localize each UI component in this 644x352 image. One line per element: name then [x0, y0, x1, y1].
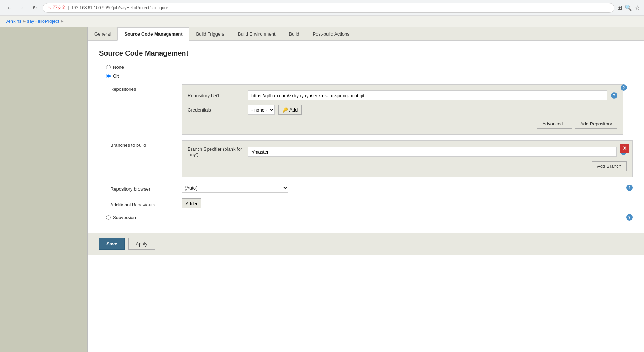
repositories-label: Repositories [110, 84, 182, 92]
repo-url-help-icon[interactable]: ? [611, 92, 617, 99]
breadcrumb-project[interactable]: sayHelloProject [27, 19, 59, 24]
git-label[interactable]: Git [113, 73, 119, 79]
repo-browser-label: Repository browser [110, 184, 182, 192]
repositories-section: Repositories Repository URL ? Credential… [110, 84, 633, 135]
tab-build-triggers[interactable]: Build Triggers [189, 27, 231, 41]
repo-url-input[interactable] [248, 90, 607, 100]
repo-browser-select[interactable]: (Auto) [182, 183, 288, 193]
none-radio[interactable] [106, 65, 111, 69]
zoom-icon[interactable]: 🔍 [625, 4, 632, 11]
none-label[interactable]: None [113, 64, 124, 70]
repositories-help-icon[interactable]: ? [621, 84, 627, 91]
browser-chrome: ← → ↻ ⚠ 不安全 | 192.168.61.100:9090/job/sa… [0, 0, 644, 16]
advanced-button[interactable]: Advanced... [537, 119, 572, 129]
credentials-row: Credentials - none - 🔑 Add [188, 105, 617, 115]
page-content: Source Code Management None Git Reposito… [88, 41, 644, 233]
tab-build-environment[interactable]: Build Environment [231, 27, 282, 41]
bookmark-icon[interactable]: ☆ [635, 4, 640, 11]
tab-post-build[interactable]: Post-build Actions [306, 27, 356, 41]
branch-specifier-row: Branch Specifier (blank for 'any') ? [188, 146, 627, 157]
bottom-bar: Save Apply [88, 233, 644, 255]
repo-browser-help-icon[interactable]: ? [626, 185, 633, 191]
save-button[interactable]: Save [99, 238, 125, 250]
tab-general[interactable]: General [88, 27, 117, 41]
tab-build[interactable]: Build [282, 27, 306, 41]
additional-behaviours-section: Additional Behaviours Add ▾ [110, 198, 633, 208]
subversion-help-icon[interactable]: ? [626, 214, 633, 221]
breadcrumb-sep-1: ▶ [23, 19, 26, 24]
sidebar [0, 27, 87, 352]
browser-icons: ⊞ 🔍 ☆ [617, 4, 640, 11]
branch-box: ✕ Branch Specifier (blank for 'any') ? A… [182, 140, 633, 177]
close-branch-button[interactable]: ✕ [620, 144, 629, 153]
repo-box-actions: Advanced... Add Repository [188, 119, 617, 129]
page-title: Source Code Management [99, 49, 633, 57]
breadcrumb-jenkins[interactable]: Jenkins [6, 19, 21, 24]
apply-button[interactable]: Apply [128, 238, 155, 250]
credentials-select[interactable]: - none - [248, 105, 275, 115]
branches-label: Branches to build [110, 140, 182, 148]
tabs-bar: General Source Code Management Build Tri… [88, 27, 644, 41]
refresh-button[interactable]: ↻ [30, 3, 40, 13]
repo-browser-section: Repository browser (Auto) ? [110, 183, 633, 193]
subversion-radio-row: Subversion ? [106, 214, 633, 221]
breadcrumb-sep-2: ▶ [61, 19, 63, 24]
forward-button[interactable]: → [17, 3, 27, 13]
credentials-label: Credentials [188, 107, 245, 113]
url-separator: | [68, 5, 69, 10]
branch-actions: Add Branch [188, 161, 627, 171]
subversion-radio[interactable] [106, 215, 111, 220]
add-behaviour-label: Add [185, 201, 194, 206]
credentials-add-button[interactable]: 🔑 Add [278, 105, 302, 115]
branch-input[interactable] [248, 147, 617, 157]
add-repository-button[interactable]: Add Repository [575, 119, 617, 129]
translate-icon[interactable]: ⊞ [617, 4, 622, 11]
dropdown-arrow-icon: ▾ [195, 201, 198, 206]
repositories-field: Repository URL ? Credentials - none - 🔑 [182, 84, 623, 135]
key-icon: 🔑 [282, 107, 288, 113]
add-btn-label: Add [289, 107, 298, 113]
subversion-label[interactable]: Subversion [113, 215, 136, 220]
branches-field: ✕ Branch Specifier (blank for 'any') ? A… [182, 140, 633, 177]
repo-url-label: Repository URL [188, 93, 245, 98]
none-radio-row: None [106, 64, 633, 70]
address-bar[interactable]: ⚠ 不安全 | 192.168.61.100:9090/job/sayHello… [43, 3, 614, 13]
repo-url-row: Repository URL ? [188, 90, 617, 100]
git-radio[interactable] [106, 74, 111, 78]
additional-behaviours-label: Additional Behaviours [110, 200, 182, 207]
add-branch-button[interactable]: Add Branch [592, 161, 627, 171]
url-insecure-label: 不安全 [53, 5, 66, 11]
git-radio-row: Git [106, 73, 633, 79]
tab-scm[interactable]: Source Code Management [117, 27, 189, 41]
lock-icon: ⚠ [47, 5, 51, 10]
branch-specifier-label: Branch Specifier (blank for 'any') [188, 146, 245, 157]
url-text: 192.168.61.100:9090/job/sayHelloProject/… [71, 5, 168, 10]
repo-box: Repository URL ? Credentials - none - 🔑 [182, 84, 623, 135]
repo-browser-field: (Auto) [182, 183, 623, 193]
main-wrapper: General Source Code Management Build Tri… [0, 27, 644, 352]
content-area: General Source Code Management Build Tri… [87, 27, 644, 352]
breadcrumb: Jenkins ▶ sayHelloProject ▶ [0, 16, 644, 27]
additional-behaviours-field: Add ▾ [182, 198, 633, 208]
back-button[interactable]: ← [4, 3, 14, 13]
branches-section: Branches to build ✕ Branch Specifier (bl… [110, 140, 633, 177]
add-behaviour-button[interactable]: Add ▾ [182, 198, 201, 208]
